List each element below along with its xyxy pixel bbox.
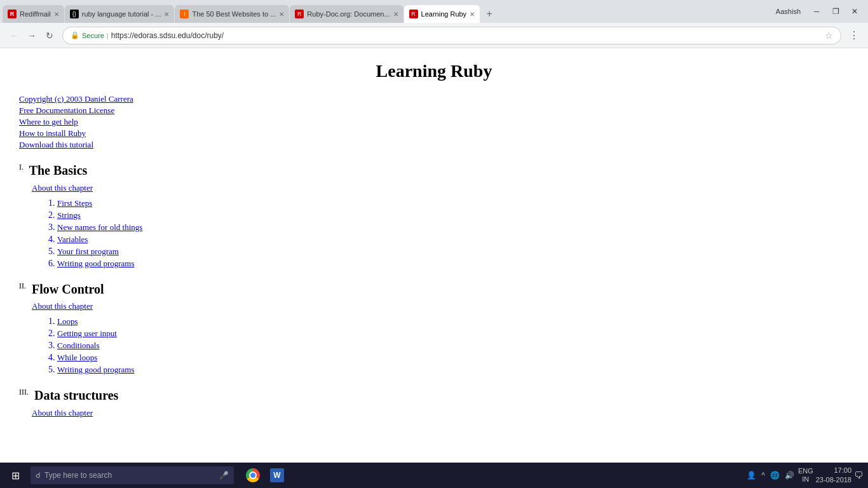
taskbar-chrome[interactable] bbox=[241, 464, 264, 487]
link-first-program[interactable]: Your first program bbox=[57, 247, 119, 256]
link-get-help[interactable]: Where to get help bbox=[19, 117, 849, 127]
taskbar-notification-icon[interactable]: 🗨 bbox=[854, 470, 863, 480]
link-conditionals[interactable]: Conditionals bbox=[57, 341, 99, 350]
tab-label: Rediffmail bbox=[20, 10, 51, 18]
taskbar-search-icon: ☌ bbox=[36, 471, 41, 480]
list-item: New names for old things bbox=[57, 222, 849, 233]
favicon-learning: R bbox=[409, 10, 418, 18]
link-first-steps[interactable]: First Steps bbox=[57, 198, 92, 208]
back-button[interactable]: ← bbox=[5, 27, 23, 44]
tab-learning-ruby[interactable]: R Learning Ruby ✕ bbox=[404, 5, 480, 23]
chapter-data-title: Data structures bbox=[34, 388, 118, 402]
tab-50best[interactable]: ! The 50 Best Websites to ... ✕ bbox=[175, 5, 289, 23]
taskbar-search-box[interactable]: ☌ Type here to search 🎤 bbox=[31, 466, 234, 484]
browser-window: R Rediffmail ✕ {} ruby language tutorial… bbox=[0, 0, 868, 488]
tab-label: The 50 Best Websites to ... bbox=[192, 10, 276, 18]
close-tab-3[interactable]: ✕ bbox=[279, 11, 284, 18]
tab-rubydoc[interactable]: R Ruby-Doc.org: Documen... ✕ bbox=[290, 5, 403, 23]
reload-button[interactable]: ↻ bbox=[41, 27, 58, 44]
list-item: Your first program bbox=[57, 247, 849, 257]
taskbar-search-text: Type here to search bbox=[44, 471, 112, 480]
flow-list: Loops Getting user input Conditionals Wh… bbox=[57, 316, 849, 375]
tab-label: Ruby-Doc.org: Documen... bbox=[307, 10, 390, 18]
close-tab-2[interactable]: ✕ bbox=[164, 11, 169, 18]
taskbar-volume-icon: 🔊 bbox=[783, 471, 796, 480]
roman-numeral-1: I. bbox=[19, 163, 24, 172]
tab-rediffmail[interactable]: R Rediffmail ✕ bbox=[3, 5, 64, 23]
favicon-rubydoc: R bbox=[295, 10, 304, 18]
favicon-ruby: {} bbox=[70, 10, 79, 18]
about-chapter-basics[interactable]: About this chapter bbox=[32, 183, 849, 193]
link-loops[interactable]: Loops bbox=[57, 316, 78, 326]
link-writing-good-1[interactable]: Writing good programs bbox=[57, 259, 135, 268]
forward-button[interactable]: → bbox=[23, 27, 41, 44]
chapter-basics-title: The Basics bbox=[29, 163, 88, 177]
chapter-data-heading: III. Data structures bbox=[19, 388, 849, 403]
minimize-button[interactable]: ─ bbox=[808, 3, 825, 20]
taskbar-language: ENGIN bbox=[798, 467, 813, 484]
tab-ruby-tutorial[interactable]: {} ruby language tutorial - ... ✕ bbox=[65, 5, 175, 23]
taskbar-right: 👤 ^ 🌐 🔊 ENGIN 17:00 23-08-2018 🗨 bbox=[745, 466, 865, 485]
link-download[interactable]: Download this tutorial bbox=[19, 140, 849, 150]
close-button[interactable]: ✕ bbox=[846, 3, 863, 20]
taskbar-date: 23-08-2018 bbox=[816, 475, 851, 485]
favicon-50best: ! bbox=[180, 10, 189, 18]
link-user-input[interactable]: Getting user input bbox=[57, 329, 117, 338]
taskbar-clock: 17:00 23-08-2018 bbox=[816, 466, 851, 485]
taskbar-apps: W bbox=[241, 464, 288, 487]
new-tab-button[interactable]: + bbox=[480, 5, 498, 23]
chapter-flow: II. Flow Control About this chapter Loop… bbox=[19, 281, 849, 376]
taskbar: ⊞ ☌ Type here to search 🎤 W 👤 ^ 🌐 🔊 ENGI… bbox=[0, 463, 868, 488]
list-item: Conditionals bbox=[57, 341, 849, 351]
list-item: While loops bbox=[57, 353, 849, 363]
link-variables[interactable]: Variables bbox=[57, 234, 88, 244]
link-while-loops[interactable]: While loops bbox=[57, 353, 97, 362]
basics-list: First Steps Strings New names for old th… bbox=[57, 198, 849, 269]
start-button[interactable]: ⊞ bbox=[3, 463, 28, 488]
intro-links: Copyright (c) 2003 Daniel Carrera Free D… bbox=[19, 94, 849, 150]
roman-numeral-3: III. bbox=[19, 388, 29, 396]
taskbar-chevron-icon[interactable]: ^ bbox=[760, 471, 766, 480]
tab-label: Learning Ruby bbox=[421, 10, 467, 18]
list-item: Writing good programs bbox=[57, 365, 849, 375]
lock-icon: 🔒 bbox=[71, 31, 79, 39]
chrome-menu-button[interactable]: ⋮ bbox=[845, 27, 863, 44]
link-strings[interactable]: Strings bbox=[57, 210, 81, 220]
url-text: https://edoras.sdsu.edu/doc/ruby/ bbox=[111, 31, 825, 40]
list-item: Variables bbox=[57, 234, 849, 245]
list-item: Strings bbox=[57, 210, 849, 220]
link-free-doc[interactable]: Free Documentation License bbox=[19, 105, 849, 116]
about-chapter-flow[interactable]: About this chapter bbox=[32, 301, 849, 311]
address-bar[interactable]: 🔒 Secure | https://edoras.sdsu.edu/doc/r… bbox=[62, 27, 841, 44]
roman-numeral-2: II. bbox=[19, 281, 26, 290]
address-separator: | bbox=[107, 32, 109, 39]
tab-label: ruby language tutorial - ... bbox=[82, 10, 161, 18]
link-new-names[interactable]: New names for old things bbox=[57, 222, 142, 232]
bookmark-star-icon[interactable]: ☆ bbox=[825, 30, 833, 41]
tabs-area: R Rediffmail ✕ {} ruby language tutorial… bbox=[3, 0, 771, 23]
about-chapter-data[interactable]: About this chapter bbox=[32, 408, 849, 418]
chrome-icon bbox=[246, 468, 260, 482]
nav-bar: ← → ↻ 🔒 Secure | https://edoras.sdsu.edu… bbox=[0, 23, 868, 48]
taskbar-network-icon: 🌐 bbox=[769, 471, 781, 480]
window-controls: Aashish ─ ❐ ✕ bbox=[771, 3, 865, 20]
mic-icon: 🎤 bbox=[219, 471, 229, 480]
close-tab-1[interactable]: ✕ bbox=[54, 11, 59, 18]
link-writing-good-2[interactable]: Writing good programs bbox=[57, 365, 135, 374]
link-copyright[interactable]: Copyright (c) 2003 Daniel Carrera bbox=[19, 94, 849, 104]
list-item: Loops bbox=[57, 316, 849, 327]
restore-button[interactable]: ❐ bbox=[827, 3, 844, 20]
page-content: Learning Ruby Copyright (c) 2003 Daniel … bbox=[0, 48, 868, 463]
taskbar-word[interactable]: W bbox=[266, 464, 288, 487]
list-item: Writing good programs bbox=[57, 259, 849, 269]
list-item: Getting user input bbox=[57, 329, 849, 339]
user-name: Aashish bbox=[771, 8, 806, 15]
taskbar-time: 17:00 bbox=[816, 466, 851, 475]
close-tab-5[interactable]: ✕ bbox=[470, 11, 475, 18]
word-icon: W bbox=[270, 468, 284, 482]
close-tab-4[interactable]: ✕ bbox=[393, 11, 398, 18]
secure-text: Secure bbox=[82, 32, 104, 39]
link-install[interactable]: How to install Ruby bbox=[19, 128, 849, 139]
chapter-flow-heading: II. Flow Control bbox=[19, 281, 849, 297]
chapter-basics-heading: I. The Basics bbox=[19, 163, 849, 178]
